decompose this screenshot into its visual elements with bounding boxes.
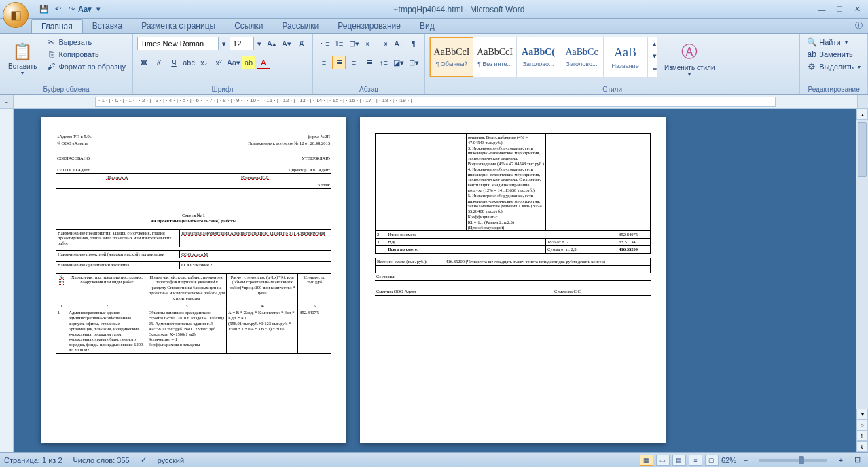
gallery-more-icon[interactable]: ≡ [648,62,662,74]
format-painter-button[interactable]: 🖌Формат по образцу [43,61,128,72]
style-nospacing[interactable]: AaBbCcI¶ Без инте... [473,37,517,77]
save-icon[interactable]: 💾 [38,3,50,16]
close-button[interactable]: ✕ [849,3,865,16]
group-clipboard-label: Буфер обмена [4,84,128,93]
view-full-reading[interactable]: ▭ [656,455,670,466]
shading-button[interactable]: ◪▾ [392,56,405,69]
zoom-in-button[interactable]: + [834,453,848,467]
font-name-input[interactable] [137,37,219,50]
bullets-button[interactable]: ⋮≡ [317,37,331,50]
group-paragraph-label: Абзац [317,84,420,93]
italic-button[interactable]: К [152,56,166,69]
align-center-button[interactable]: ≣ [332,56,346,69]
status-language[interactable]: русский [158,456,184,464]
style-gallery[interactable]: AaBbCcI¶ Обычный AaBbCcI¶ Без инте... Aa… [429,37,657,77]
indent-dec-button[interactable]: ⇤ [362,37,376,50]
ruler-tab-selector[interactable]: ⌐ [0,95,14,108]
view-outline[interactable]: ≡ [689,455,702,466]
change-case-button[interactable]: Aa▾ [227,56,240,69]
office-button[interactable]: ◧ [3,2,29,28]
find-icon: 🔍 [807,37,816,47]
grow-font-icon[interactable]: A▴ [265,37,278,50]
font-name-dropdown[interactable]: ▾ [220,37,228,50]
change-styles-button[interactable]: Ⓐ Изменить стили ▾ [660,37,719,82]
qat-more-icon[interactable]: ▾ [92,3,105,16]
zoom-out-button[interactable]: − [739,453,753,467]
paste-button[interactable]: 📋 Вставить ▾ [4,37,41,82]
tab-review[interactable]: Рецензирование [328,19,410,33]
multilevel-button[interactable]: ⊟▾ [347,37,361,50]
underline-button[interactable]: Ч [167,56,181,69]
numbering-button[interactable]: 1≡ [332,37,346,50]
undo-icon[interactable]: ↶ [52,3,64,16]
redo-icon[interactable]: ↷ [65,3,77,16]
tab-layout[interactable]: Разметка страницы [132,19,225,33]
view-web[interactable]: ▤ [672,455,686,466]
view-draft[interactable]: ▢ [705,455,719,466]
browse-object-icon[interactable]: ○ [856,419,868,430]
next-page-icon[interactable]: ⇓ [856,441,868,452]
font-size-input[interactable] [230,37,254,50]
align-left-button[interactable]: ≡ [317,56,331,69]
gallery-down-icon[interactable]: ▾ [648,50,662,62]
cut-button[interactable]: ✂Вырезать [43,37,128,48]
font-size-qat[interactable]: Aa▾ [79,3,91,16]
ruler-toggle[interactable] [857,95,868,108]
bold-button[interactable]: Ж [137,56,151,69]
line-spacing-button[interactable]: ↕≡ [377,56,391,69]
tab-insert[interactable]: Вставка [83,19,132,33]
subscript-button[interactable]: x₂ [197,56,211,69]
sort-button[interactable]: A↓ [392,37,405,50]
zoom-slider-thumb[interactable] [799,456,804,464]
view-print-layout[interactable]: ▦ [640,455,653,466]
scroll-down-icon[interactable]: ▾ [856,409,868,419]
replace-button[interactable]: abЗаменить [804,49,863,60]
gallery-up-icon[interactable]: ▴ [648,37,662,50]
highlight-button[interactable]: ab [242,56,255,69]
status-page[interactable]: Страница: 1 из 2 [4,456,62,464]
replace-icon: ab [807,50,816,59]
font-color-button[interactable]: A [257,56,270,69]
style-normal[interactable]: AaBbCcI¶ Обычный [430,37,473,77]
style-title[interactable]: АаВНазвание [604,37,647,77]
brush-icon: 🖌 [46,62,56,71]
horizontal-ruler[interactable]: · 1 · | · Δ · | · 1 · | · 2 · | · 3 · | … [95,97,776,107]
select-button[interactable]: ⯐Выделить▾ [804,61,863,72]
style-heading1[interactable]: AaBbC(Заголово... [517,37,560,77]
zoom-level[interactable]: 62% [721,456,736,464]
borders-button[interactable]: ⊞▾ [407,56,420,69]
clear-format-icon[interactable]: Ⱥ [295,37,308,50]
status-proof-icon[interactable]: ✓ [141,455,147,464]
group-styles-label: Стили [429,84,795,93]
maximize-button[interactable]: ☐ [831,3,848,16]
tab-view[interactable]: Вид [410,19,444,33]
align-right-button[interactable]: ≡ [347,56,361,69]
prev-page-icon[interactable]: ⇑ [856,430,868,441]
vertical-ruler[interactable] [0,109,14,452]
indent-inc-button[interactable]: ⇥ [377,37,391,50]
find-button[interactable]: 🔍Найти▾ [804,37,863,48]
strike-button[interactable]: abc [182,56,196,69]
status-words[interactable]: Число слов: 355 [73,456,130,464]
vertical-scrollbar[interactable]: ▴ ▾ ○ ⇑ ⇓ [856,109,868,452]
group-font-label: Шрифт [137,84,308,93]
tab-home[interactable]: Главная [31,19,83,33]
justify-button[interactable]: ≣ [362,56,376,69]
minimize-button[interactable]: — [814,3,830,16]
paste-icon: 📋 [12,42,33,61]
shrink-font-icon[interactable]: A▾ [280,37,293,50]
superscript-button[interactable]: x² [212,56,225,69]
show-marks-button[interactable]: ¶ [407,37,420,50]
tab-mailings[interactable]: Рассылки [272,19,328,33]
zoom-slider[interactable] [759,459,827,462]
style-heading2[interactable]: AaBbCcЗаголово... [560,37,604,77]
help-icon[interactable]: ⓘ [850,19,868,33]
font-size-dropdown[interactable]: ▾ [255,37,264,50]
select-icon: ⯐ [807,62,816,71]
copy-button[interactable]: ⎘Копировать [43,49,128,60]
scroll-up-icon[interactable]: ▴ [856,109,868,120]
zoom-fit-icon[interactable]: ⊡ [850,453,864,467]
window-title: ~tmpqHp4044.html - Microsoft Word [105,5,814,14]
scroll-thumb[interactable] [858,122,867,177]
tab-references[interactable]: Ссылки [225,19,272,33]
